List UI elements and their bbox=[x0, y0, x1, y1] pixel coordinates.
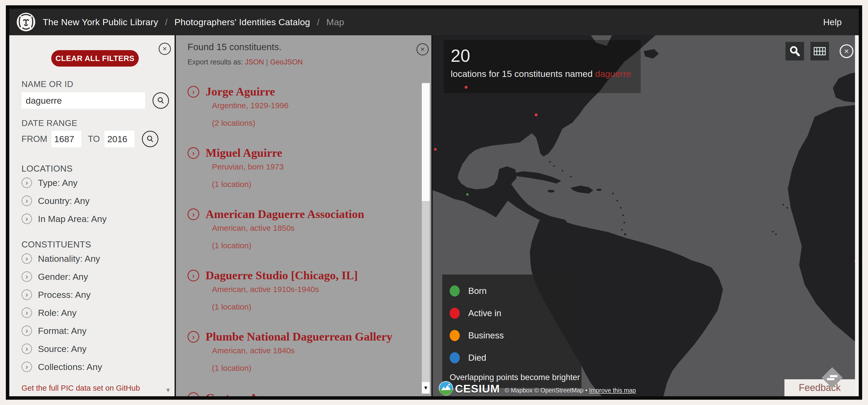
constituent-name[interactable]: Daguerre Studio [Chicago, IL] bbox=[206, 269, 358, 282]
date-search-button[interactable] bbox=[142, 131, 158, 147]
expand-chevron-icon: › bbox=[22, 214, 32, 224]
map-point-born[interactable] bbox=[466, 193, 469, 196]
location-count: 20 bbox=[451, 47, 641, 64]
cesium-logo[interactable] bbox=[438, 381, 453, 396]
result-item-header[interactable]: › Plumbe National Daguerrean Gallery bbox=[188, 330, 431, 343]
result-item-header[interactable]: › Miguel Aguirre bbox=[188, 146, 431, 160]
filter-source[interactable]: › Source: Any bbox=[22, 340, 175, 358]
filter-collections[interactable]: › Collections: Any bbox=[22, 358, 175, 376]
constituent-locations: (2 locations) bbox=[212, 119, 431, 128]
result-item: › Daguerre Studio [Chicago, IL] American… bbox=[188, 269, 431, 311]
expand-chevron-icon: › bbox=[22, 195, 32, 206]
breadcrumb-library[interactable]: The New York Public Library bbox=[43, 17, 158, 27]
export-json-link[interactable]: JSON bbox=[245, 58, 264, 66]
item-chevron-icon: › bbox=[188, 331, 199, 343]
main-content: × CLEAR ALL FILTERS NAME OR ID DATE RANG… bbox=[9, 35, 859, 396]
map-close-button[interactable]: × bbox=[840, 44, 854, 58]
result-item: › Miguel Aguirre Peruvian, born 1973 (1 … bbox=[188, 146, 431, 189]
item-chevron-icon: › bbox=[188, 270, 199, 281]
sidebar-close-button[interactable]: × bbox=[159, 43, 171, 55]
result-item-header[interactable]: › American Daguerre Association bbox=[188, 208, 431, 221]
pic-map-window: The New York Public Library / Photograph… bbox=[6, 5, 862, 400]
constituent-locations: (1 location) bbox=[212, 241, 431, 250]
item-chevron-icon: › bbox=[188, 147, 199, 159]
filter-location-type[interactable]: › Type: Any bbox=[22, 174, 175, 192]
expand-chevron-icon: › bbox=[22, 178, 32, 188]
expand-chevron-icon: › bbox=[22, 289, 32, 300]
active-in-swatch bbox=[450, 308, 460, 319]
feedback-button[interactable]: Feedback bbox=[784, 379, 855, 396]
constituent-detail: Argentine, 1929-1996 bbox=[212, 101, 431, 110]
filter-location-maparea[interactable]: › In Map Area: Any bbox=[22, 210, 175, 228]
name-or-id-label: NAME OR ID bbox=[22, 79, 175, 89]
date-to-input[interactable] bbox=[104, 131, 134, 147]
help-link[interactable]: Help bbox=[823, 17, 842, 27]
legend-row-born: Born bbox=[450, 280, 582, 302]
constituent-name[interactable]: Plumbe National Daguerrean Gallery bbox=[206, 330, 392, 343]
expand-chevron-icon: › bbox=[22, 253, 32, 264]
born-swatch bbox=[450, 285, 460, 297]
page-scrollbar[interactable] bbox=[855, 35, 859, 396]
constituent-name[interactable]: Miguel Aguirre bbox=[206, 146, 282, 160]
constituent-locations: (1 location) bbox=[212, 180, 431, 189]
map-search-button[interactable] bbox=[785, 42, 804, 60]
result-item-header[interactable]: › Daguerre Studio [Chicago, IL] bbox=[188, 269, 431, 282]
map-point-active-in[interactable] bbox=[535, 114, 538, 117]
item-chevron-icon: › bbox=[188, 86, 199, 98]
export-geojson-link[interactable]: GeoJSON bbox=[270, 58, 303, 66]
sidebar-scroll-down-arrow[interactable]: ▾ bbox=[166, 386, 170, 394]
search-term-highlight: daguerre bbox=[595, 69, 631, 79]
filters-sidebar: × CLEAR ALL FILTERS NAME OR ID DATE RANG… bbox=[9, 35, 176, 396]
improve-map-link[interactable]: Improve this map bbox=[589, 387, 636, 394]
map-attribution-row: CESIUM © Mapbox © OpenStreetMap • Improv… bbox=[438, 381, 636, 396]
results-scrollbar-thumb[interactable] bbox=[422, 83, 430, 201]
breadcrumb-separator: / bbox=[165, 17, 168, 27]
name-search-row bbox=[22, 92, 175, 109]
results-scrollbar[interactable]: ▼ bbox=[422, 83, 430, 394]
name-search-button[interactable] bbox=[153, 92, 169, 109]
result-item: › Plumbe National Daguerrean Gallery Ame… bbox=[188, 330, 431, 373]
legend-row-business: Business bbox=[450, 324, 582, 347]
filter-role[interactable]: › Role: Any bbox=[22, 304, 175, 322]
constituent-name[interactable]: American Daguerre Association bbox=[206, 208, 364, 221]
locations-section-header: LOCATIONS bbox=[22, 164, 175, 174]
result-item: › American Daguerre Association American… bbox=[188, 208, 431, 250]
results-scroll-down-button[interactable]: ▼ bbox=[422, 382, 430, 394]
filter-location-country[interactable]: › Country: Any bbox=[22, 192, 175, 210]
constituent-name[interactable]: Gustavo Aguerre bbox=[206, 391, 291, 396]
map-table-view-button[interactable] bbox=[810, 42, 829, 60]
filter-nationality[interactable]: › Nationality: Any bbox=[22, 250, 175, 268]
date-from-input[interactable] bbox=[52, 131, 82, 147]
expand-chevron-icon: › bbox=[22, 343, 32, 354]
cesium-wordmark[interactable]: CESIUM bbox=[455, 382, 500, 395]
constituent-detail: American, active 1910s-1940s bbox=[212, 285, 431, 294]
item-chevron-icon: › bbox=[188, 209, 199, 220]
result-item-header[interactable]: › Jorge Aguirre bbox=[188, 85, 431, 98]
filter-format[interactable]: › Format: Any bbox=[22, 322, 175, 340]
map-point-active-in[interactable] bbox=[465, 86, 468, 89]
results-count-header: Found 15 constituents. bbox=[188, 42, 431, 52]
map-point-active-in[interactable] bbox=[434, 148, 437, 151]
result-item-header[interactable]: › Gustavo Aguerre bbox=[188, 391, 431, 396]
expand-chevron-icon: › bbox=[22, 271, 32, 282]
cesium-map[interactable]: 20 locations for 15 constituents named d… bbox=[433, 35, 859, 396]
result-item: › Jorge Aguirre Argentine, 1929-1996 (2 … bbox=[188, 85, 431, 128]
page-margin: The New York Public Library / Photograph… bbox=[0, 0, 868, 405]
grid-icon bbox=[814, 47, 826, 56]
business-swatch bbox=[450, 330, 460, 341]
filter-gender[interactable]: › Gender: Any bbox=[22, 268, 175, 286]
constituent-locations: (1 location) bbox=[212, 302, 431, 311]
breadcrumb: The New York Public Library / Photograph… bbox=[43, 17, 344, 27]
results-close-button[interactable]: × bbox=[416, 43, 429, 56]
clear-all-filters-button[interactable]: CLEAR ALL FILTERS bbox=[51, 50, 139, 67]
item-chevron-icon: › bbox=[188, 392, 199, 397]
breadcrumb-catalog[interactable]: Photographers' Identities Catalog bbox=[174, 17, 310, 27]
name-search-input[interactable] bbox=[22, 92, 145, 109]
nypl-lion-logo[interactable] bbox=[16, 12, 36, 32]
constituent-detail: American, active 1850s bbox=[212, 224, 431, 232]
constituent-name[interactable]: Jorge Aguirre bbox=[206, 85, 275, 98]
github-dataset-link[interactable]: Get the full PIC data set on GitHub bbox=[22, 384, 140, 393]
filter-process[interactable]: › Process: Any bbox=[22, 286, 175, 304]
search-icon bbox=[789, 45, 800, 57]
expand-chevron-icon: › bbox=[22, 307, 32, 318]
